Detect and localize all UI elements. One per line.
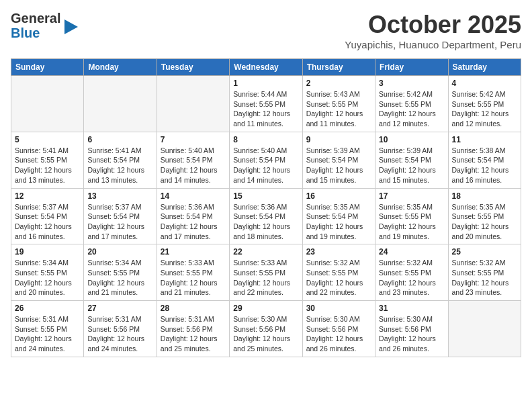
- column-header-friday: Friday: [375, 59, 448, 76]
- column-header-sunday: Sunday: [11, 59, 84, 76]
- day-info: Sunrise: 5:35 AM Sunset: 5:55 PM Dayligh…: [452, 202, 517, 242]
- day-info: Sunrise: 5:33 AM Sunset: 5:55 PM Dayligh…: [161, 258, 226, 298]
- day-number: 18: [452, 191, 517, 201]
- day-number: 28: [161, 304, 226, 313]
- day-cell-20: 20Sunrise: 5:34 AM Sunset: 5:55 PM Dayli…: [84, 244, 157, 301]
- day-number: 23: [306, 247, 371, 257]
- day-cell-25: 25Sunrise: 5:32 AM Sunset: 5:55 PM Dayli…: [448, 244, 521, 301]
- day-info: Sunrise: 5:39 AM Sunset: 5:54 PM Dayligh…: [379, 146, 444, 185]
- day-cell-18: 18Sunrise: 5:35 AM Sunset: 5:55 PM Dayli…: [448, 188, 521, 244]
- day-cell-19: 19Sunrise: 5:34 AM Sunset: 5:55 PM Dayli…: [11, 244, 84, 301]
- day-cell-12: 12Sunrise: 5:37 AM Sunset: 5:54 PM Dayli…: [11, 188, 84, 244]
- day-number: 20: [87, 247, 152, 257]
- week-row-4: 19Sunrise: 5:34 AM Sunset: 5:55 PM Dayli…: [11, 244, 521, 301]
- day-number: 21: [161, 247, 226, 257]
- day-cell-5: 5Sunrise: 5:41 AM Sunset: 5:55 PM Daylig…: [11, 132, 84, 188]
- day-cell-7: 7Sunrise: 5:40 AM Sunset: 5:54 PM Daylig…: [157, 132, 229, 188]
- day-cell-2: 2Sunrise: 5:43 AM Sunset: 5:55 PM Daylig…: [302, 76, 375, 132]
- day-info: Sunrise: 5:32 AM Sunset: 5:55 PM Dayligh…: [306, 258, 371, 298]
- day-cell-3: 3Sunrise: 5:42 AM Sunset: 5:55 PM Daylig…: [375, 76, 448, 132]
- logo-blue: Blue: [11, 26, 40, 40]
- location-title: Yuyapichis, Huanuco Department, Peru: [345, 39, 521, 50]
- day-number: 6: [87, 135, 152, 144]
- day-info: Sunrise: 5:38 AM Sunset: 5:54 PM Dayligh…: [452, 146, 517, 185]
- day-cell-6: 6Sunrise: 5:41 AM Sunset: 5:54 PM Daylig…: [84, 132, 157, 188]
- day-cell-27: 27Sunrise: 5:31 AM Sunset: 5:56 PM Dayli…: [84, 301, 157, 357]
- day-cell-1: 1Sunrise: 5:44 AM Sunset: 5:55 PM Daylig…: [230, 76, 302, 132]
- day-number: 22: [233, 247, 298, 257]
- day-number: 12: [15, 191, 80, 201]
- column-header-thursday: Thursday: [302, 59, 375, 76]
- title-block: October 2025 Yuyapichis, Huanuco Departm…: [345, 11, 521, 50]
- day-cell-17: 17Sunrise: 5:35 AM Sunset: 5:55 PM Dayli…: [375, 188, 448, 244]
- day-info: Sunrise: 5:36 AM Sunset: 5:54 PM Dayligh…: [233, 202, 298, 242]
- day-cell-30: 30Sunrise: 5:30 AM Sunset: 5:56 PM Dayli…: [302, 301, 375, 357]
- column-header-tuesday: Tuesday: [157, 59, 229, 76]
- day-info: Sunrise: 5:30 AM Sunset: 5:56 PM Dayligh…: [379, 314, 444, 354]
- day-info: Sunrise: 5:36 AM Sunset: 5:54 PM Dayligh…: [161, 202, 226, 242]
- day-info: Sunrise: 5:31 AM Sunset: 5:55 PM Dayligh…: [15, 314, 80, 354]
- logo-arrow-icon: [64, 19, 78, 34]
- day-number: 4: [452, 79, 517, 88]
- day-info: Sunrise: 5:35 AM Sunset: 5:55 PM Dayligh…: [379, 202, 444, 242]
- svg-marker-0: [64, 19, 78, 34]
- day-number: 29: [233, 304, 298, 313]
- day-info: Sunrise: 5:32 AM Sunset: 5:55 PM Dayligh…: [379, 258, 444, 298]
- day-info: Sunrise: 5:40 AM Sunset: 5:54 PM Dayligh…: [161, 146, 226, 185]
- day-cell-16: 16Sunrise: 5:35 AM Sunset: 5:54 PM Dayli…: [302, 188, 375, 244]
- day-cell-22: 22Sunrise: 5:33 AM Sunset: 5:55 PM Dayli…: [230, 244, 302, 301]
- day-number: 11: [452, 135, 517, 144]
- day-cell-13: 13Sunrise: 5:37 AM Sunset: 5:54 PM Dayli…: [84, 188, 157, 244]
- day-info: Sunrise: 5:42 AM Sunset: 5:55 PM Dayligh…: [452, 89, 517, 129]
- day-number: 24: [379, 247, 444, 257]
- calendar-header-row: SundayMondayTuesdayWednesdayThursdayFrid…: [11, 59, 521, 76]
- day-number: 9: [306, 135, 371, 144]
- logo-general: General: [11, 11, 60, 26]
- day-number: 25: [452, 247, 517, 257]
- empty-cell: [157, 76, 229, 132]
- day-number: 17: [379, 191, 444, 201]
- day-info: Sunrise: 5:33 AM Sunset: 5:55 PM Dayligh…: [233, 258, 298, 298]
- day-info: Sunrise: 5:42 AM Sunset: 5:55 PM Dayligh…: [379, 89, 444, 129]
- calendar-table: SundayMondayTuesdayWednesdayThursdayFrid…: [11, 58, 521, 357]
- day-number: 3: [379, 79, 444, 88]
- week-row-1: 1Sunrise: 5:44 AM Sunset: 5:55 PM Daylig…: [11, 76, 521, 132]
- day-cell-21: 21Sunrise: 5:33 AM Sunset: 5:55 PM Dayli…: [157, 244, 229, 301]
- column-header-monday: Monday: [84, 59, 157, 76]
- day-number: 2: [306, 79, 371, 88]
- day-cell-8: 8Sunrise: 5:40 AM Sunset: 5:54 PM Daylig…: [230, 132, 302, 188]
- day-number: 10: [379, 135, 444, 144]
- day-cell-4: 4Sunrise: 5:42 AM Sunset: 5:55 PM Daylig…: [448, 76, 521, 132]
- day-cell-15: 15Sunrise: 5:36 AM Sunset: 5:54 PM Dayli…: [230, 188, 302, 244]
- day-cell-31: 31Sunrise: 5:30 AM Sunset: 5:56 PM Dayli…: [375, 301, 448, 357]
- day-cell-26: 26Sunrise: 5:31 AM Sunset: 5:55 PM Dayli…: [11, 301, 84, 357]
- day-number: 19: [15, 247, 80, 257]
- day-info: Sunrise: 5:37 AM Sunset: 5:54 PM Dayligh…: [15, 202, 80, 242]
- day-info: Sunrise: 5:34 AM Sunset: 5:55 PM Dayligh…: [87, 258, 152, 298]
- day-number: 15: [233, 191, 298, 201]
- day-cell-14: 14Sunrise: 5:36 AM Sunset: 5:54 PM Dayli…: [157, 188, 229, 244]
- day-info: Sunrise: 5:44 AM Sunset: 5:55 PM Dayligh…: [233, 89, 298, 129]
- day-cell-9: 9Sunrise: 5:39 AM Sunset: 5:54 PM Daylig…: [302, 132, 375, 188]
- day-info: Sunrise: 5:30 AM Sunset: 5:56 PM Dayligh…: [233, 314, 298, 354]
- day-info: Sunrise: 5:41 AM Sunset: 5:54 PM Dayligh…: [87, 146, 152, 185]
- empty-cell: [11, 76, 84, 132]
- day-info: Sunrise: 5:30 AM Sunset: 5:56 PM Dayligh…: [306, 314, 371, 354]
- day-number: 31: [379, 304, 444, 313]
- day-cell-23: 23Sunrise: 5:32 AM Sunset: 5:55 PM Dayli…: [302, 244, 375, 301]
- day-info: Sunrise: 5:43 AM Sunset: 5:55 PM Dayligh…: [306, 89, 371, 129]
- day-cell-24: 24Sunrise: 5:32 AM Sunset: 5:55 PM Dayli…: [375, 244, 448, 301]
- day-number: 14: [161, 191, 226, 201]
- day-cell-10: 10Sunrise: 5:39 AM Sunset: 5:54 PM Dayli…: [375, 132, 448, 188]
- day-cell-11: 11Sunrise: 5:38 AM Sunset: 5:54 PM Dayli…: [448, 132, 521, 188]
- week-row-5: 26Sunrise: 5:31 AM Sunset: 5:55 PM Dayli…: [11, 301, 521, 357]
- page-header: General Blue October 2025 Yuyapichis, Hu…: [11, 11, 521, 50]
- week-row-3: 12Sunrise: 5:37 AM Sunset: 5:54 PM Dayli…: [11, 188, 521, 244]
- day-number: 1: [233, 79, 298, 88]
- day-info: Sunrise: 5:35 AM Sunset: 5:54 PM Dayligh…: [306, 202, 371, 242]
- logo-text: General Blue: [11, 11, 78, 40]
- day-number: 30: [306, 304, 371, 313]
- day-number: 8: [233, 135, 298, 144]
- column-header-saturday: Saturday: [448, 59, 521, 76]
- day-number: 27: [87, 304, 152, 313]
